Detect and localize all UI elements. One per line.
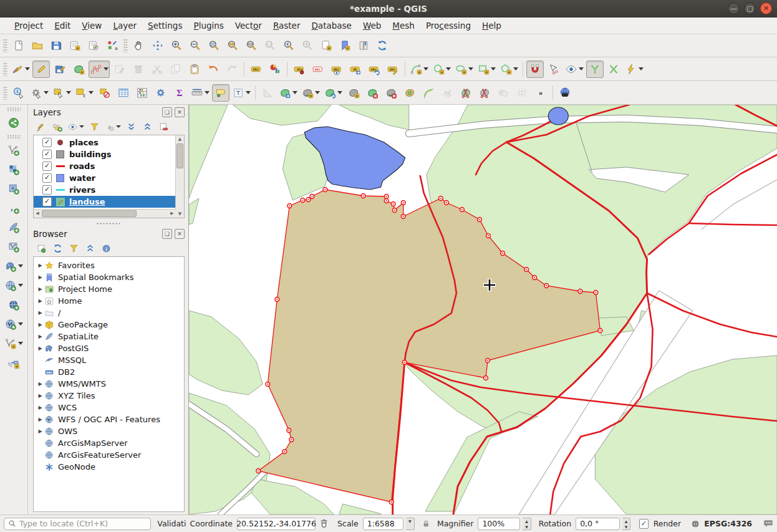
layer-item-roads[interactable]: ✓roads <box>34 160 176 172</box>
float-panel-icon[interactable]: ❏ <box>162 107 172 117</box>
modify-attributes-button[interactable] <box>111 60 128 78</box>
crs-status[interactable]: EPSG:4326 <box>704 519 752 528</box>
add-wms-wmts-layer-dropdown-icon[interactable] <box>18 284 23 287</box>
new-spatial-bookmark-button[interactable] <box>317 37 335 54</box>
remove-layer-button[interactable] <box>156 119 171 134</box>
map-tips-button[interactable] <box>212 84 229 102</box>
rotate-feature-button[interactable] <box>322 84 344 102</box>
pan-to-selection-button[interactable] <box>149 37 166 54</box>
toolbar-grip[interactable] <box>3 86 7 100</box>
toolbar-grip[interactable] <box>7 107 21 112</box>
pan-map-button[interactable] <box>130 37 148 54</box>
redo-button[interactable] <box>223 60 241 78</box>
select-features-button[interactable] <box>51 84 72 102</box>
show-unplaced-labels-button[interactable]: abc <box>309 60 327 78</box>
add-delimited-text-layer-button[interactable]: , <box>5 199 22 217</box>
layer-checkbox[interactable]: ✓ <box>42 138 52 147</box>
delete-part-button[interactable] <box>382 84 400 102</box>
refresh-map-button[interactable] <box>374 37 391 54</box>
browser-item-spatialite[interactable]: ▶SpatiaLite <box>34 331 184 342</box>
reshape-features-button[interactable] <box>438 84 456 102</box>
close-button[interactable]: ✕ <box>760 2 772 14</box>
split-features-button[interactable] <box>457 84 475 102</box>
expand-arrow-icon[interactable]: ▶ <box>36 263 44 268</box>
open-field-calculator-button[interactable] <box>133 84 151 102</box>
vertex-tool-dropdown-icon[interactable] <box>104 67 109 70</box>
add-group-button[interactable] <box>50 119 65 134</box>
expand-arrow-icon[interactable]: ▶ <box>36 405 44 410</box>
zoom-out-button[interactable] <box>186 37 204 54</box>
expand-arrow-icon[interactable]: ▶ <box>36 298 44 304</box>
maximize-button[interactable]: ▢ <box>744 2 756 14</box>
layer-checkbox[interactable]: ✓ <box>42 162 52 171</box>
data-source-manager-button[interactable] <box>5 114 22 132</box>
menu-raster[interactable]: Raster <box>268 19 306 32</box>
toggle-editing-button[interactable] <box>32 60 50 78</box>
messages-icon[interactable] <box>763 519 773 528</box>
add-postgis-layer-dropdown-icon[interactable] <box>18 264 23 268</box>
layer-item-buildings[interactable]: ✓buildings <box>34 148 176 160</box>
scroll-down-icon[interactable]: ▼ <box>176 210 184 218</box>
select-by-expression-button[interactable]: ε <box>74 84 95 102</box>
add-rectangle-button[interactable] <box>476 60 497 78</box>
change-label-properties-button[interactable]: abc <box>384 60 402 78</box>
zoom-last-button[interactable] <box>280 37 297 54</box>
browser-item-home[interactable]: ▶Home <box>34 295 184 307</box>
browser-item-wms-wmts[interactable]: ▶WMS/WMTS <box>34 378 184 390</box>
collapse-all-button[interactable] <box>140 119 155 134</box>
add-selected-layers-button[interactable] <box>34 241 49 256</box>
scroll-right-icon[interactable]: ▶ <box>168 210 176 218</box>
mouse-extents-icon[interactable] <box>319 518 329 529</box>
lock-icon[interactable] <box>422 519 430 529</box>
browser-item-[interactable]: ▶/ <box>34 307 184 319</box>
toolbar-grip[interactable] <box>3 39 7 52</box>
measure-line-dropdown-icon[interactable] <box>205 91 210 94</box>
add-postgis-layer-button[interactable] <box>3 257 24 275</box>
snap-on-intersection-button[interactable] <box>605 60 622 78</box>
layer-item-landuse[interactable]: ✓landuse <box>34 196 176 208</box>
magnifier-input[interactable]: 100% <box>478 518 520 530</box>
add-circle-dropdown-icon[interactable] <box>446 67 451 70</box>
current-edits-button[interactable] <box>10 60 31 78</box>
menu-web[interactable]: Web <box>357 19 387 32</box>
offset-curve-button[interactable] <box>420 84 437 102</box>
scroll-left-icon[interactable]: ◀ <box>34 210 41 218</box>
add-wcs-layer-button[interactable] <box>5 296 22 314</box>
add-vector-layer-button[interactable] <box>5 141 22 159</box>
scroll-up-icon[interactable]: ▲ <box>176 135 184 143</box>
add-wfs-layer-button[interactable] <box>3 315 24 333</box>
open-layer-styling-button[interactable] <box>34 119 49 134</box>
expand-arrow-icon[interactable]: ▶ <box>36 346 44 351</box>
deselect-all-button[interactable] <box>96 84 113 102</box>
expand-arrow-icon[interactable]: ▶ <box>36 322 44 327</box>
tracing-offset-dropdown-icon[interactable] <box>639 67 644 70</box>
browser-item-mssql[interactable]: MSSQL <box>34 354 184 366</box>
manage-map-themes-button[interactable] <box>66 119 85 134</box>
toolbar-grip[interactable] <box>3 62 7 76</box>
add-rectangle-dropdown-icon[interactable] <box>491 67 496 70</box>
undo-button[interactable] <box>205 60 222 78</box>
menu-help[interactable]: Help <box>476 19 507 32</box>
browser-item-geopackage[interactable]: ▶GeoPackage <box>34 319 184 331</box>
identify-features-button[interactable]: i <box>10 84 27 102</box>
menu-view[interactable]: View <box>76 19 107 32</box>
enable-tracing-button[interactable] <box>586 60 604 78</box>
measure-line-button[interactable] <box>190 84 211 102</box>
rotate-label-button[interactable]: abc <box>365 60 383 78</box>
vertex-tool-all-layers-button[interactable] <box>545 60 562 78</box>
digitize-with-curve-button[interactable] <box>408 60 430 78</box>
layer-labeling-options-button[interactable]: abc <box>248 60 265 78</box>
metasearch-button[interactable] <box>556 84 574 102</box>
locate-search-input[interactable]: Type to locate (Ctrl+K) <box>4 518 151 530</box>
select-features-dropdown-icon[interactable] <box>66 91 71 94</box>
pin-labels-button[interactable]: ab <box>291 60 308 78</box>
browser-item-wfs-ogc-api-features[interactable]: ▶WFS / OGC API - Features <box>34 414 184 425</box>
zoom-native-resolution-button[interactable]: 1:1 <box>261 37 279 54</box>
add-wfs-layer-dropdown-icon[interactable] <box>18 322 23 326</box>
menu-processing[interactable]: Processing <box>420 19 476 32</box>
layer-diagram-options-button[interactable] <box>266 60 284 78</box>
add-wms-wmts-layer-button[interactable] <box>3 276 24 294</box>
browser-item-wcs[interactable]: ▶WCS <box>34 402 184 414</box>
browser-item-spatial-bookmarks[interactable]: ▶Spatial Bookmarks <box>34 271 184 283</box>
expand-arrow-icon[interactable]: ▶ <box>36 417 44 422</box>
